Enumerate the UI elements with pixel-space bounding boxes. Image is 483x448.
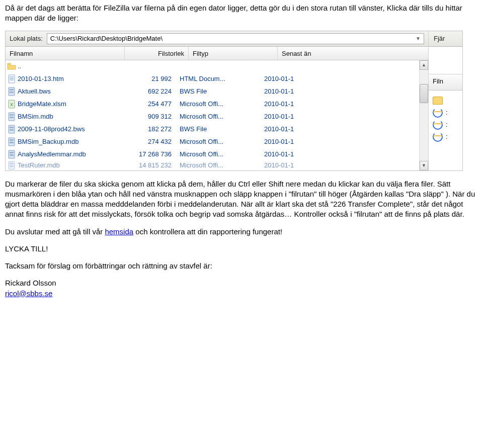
svg-rect-23 [10, 165, 14, 167]
remote-tree-gap [429, 47, 462, 74]
svg-rect-5 [10, 89, 14, 91]
file-row[interactable]: .. [6, 60, 419, 73]
svg-rect-20 [10, 154, 14, 156]
db-icon [6, 87, 18, 96]
ie-icon [433, 120, 443, 130]
svg-rect-13 [10, 127, 14, 128]
scroll-down-button[interactable]: ▼ [420, 161, 428, 170]
remote-list-item[interactable]: : [433, 119, 462, 131]
db-icon [6, 161, 18, 170]
ie-icon [433, 108, 443, 118]
doc-icon [6, 74, 18, 83]
file-name: BMSim.mdb [18, 112, 116, 121]
intro-paragraph: Då är det dags att berätta för FileZilla… [5, 3, 478, 24]
remote-site-label: Fjär [429, 31, 462, 47]
file-row[interactable]: XBridgeMate.xlsm254 477Microsoft Offi...… [6, 98, 419, 111]
scroll-thumb[interactable] [420, 84, 428, 103]
file-name: BridgeMate.xlsm [18, 100, 116, 109]
remote-column-header[interactable]: Filn [429, 74, 462, 91]
svg-rect-6 [10, 92, 14, 93]
svg-rect-0 [9, 75, 15, 83]
file-date: 2010-01-1 [260, 112, 419, 121]
filezilla-screenshot: Lokal plats: C:\Users\Rickard\Desktop\Br… [5, 31, 463, 171]
svg-rect-11 [10, 117, 14, 118]
file-name: TestRuter.mdb [18, 161, 116, 170]
file-size: 254 477 [116, 100, 176, 109]
file-row[interactable]: 2009-11-08prod42.bws182 272BWS File2010-… [6, 123, 419, 136]
column-header-size[interactable]: Filstorlek [125, 47, 189, 60]
column-header-row: Filnamn Filstorlek Filtyp Senast än [6, 47, 428, 60]
vertical-scrollbar[interactable]: ▲ ▼ [419, 60, 428, 170]
file-type: Microsoft Offi... [176, 100, 260, 109]
remote-item-label: : [446, 120, 448, 129]
column-header-type[interactable]: Filtyp [189, 47, 278, 60]
column-header-name[interactable]: Filnamn [6, 47, 125, 60]
remote-file-list[interactable]: ::: [429, 91, 462, 143]
chevron-down-icon[interactable]: ▼ [416, 35, 421, 42]
local-site-label: Lokal plats: [10, 34, 43, 43]
file-type: BWS File [176, 125, 260, 134]
svg-rect-19 [10, 152, 14, 153]
svg-rect-16 [10, 139, 14, 141]
file-row[interactable]: Aktuell.bws692 224BWS File2010-01-1 [6, 85, 419, 98]
file-date: 2010-01-1 [260, 87, 419, 96]
local-site-dropdown[interactable]: C:\Users\Rickard\Desktop\BridgeMate\ ▼ [47, 33, 424, 44]
file-size: 21 992 [116, 74, 176, 83]
file-list[interactable]: ..2010-01-13.htm21 992HTML Docum...2010-… [6, 60, 419, 170]
file-date: 2010-01-1 [260, 161, 419, 170]
file-date: 2010-01-1 [260, 137, 419, 146]
local-address-bar: Lokal plats: C:\Users\Rickard\Desktop\Br… [6, 31, 428, 47]
author-email-link[interactable]: ricol@sbbs.se [5, 289, 52, 298]
remote-list-item[interactable]: : [433, 107, 462, 119]
db-icon [6, 112, 18, 121]
svg-rect-10 [10, 114, 14, 116]
file-size: 274 432 [116, 137, 176, 146]
hemsida-link[interactable]: hemsida [105, 227, 133, 236]
file-type: Microsoft Offi... [176, 150, 260, 159]
file-name: 2010-01-13.htm [18, 74, 116, 83]
svg-text:X: X [10, 102, 13, 107]
remote-list-item[interactable]: : [433, 131, 462, 143]
folder-icon [6, 62, 18, 71]
remote-item-label: : [446, 132, 448, 141]
author-name: Rickard Olsson [5, 278, 478, 288]
file-type: BWS File [176, 87, 260, 96]
local-panel: Lokal plats: C:\Users\Rickard\Desktop\Br… [6, 31, 429, 170]
db-icon [6, 137, 18, 146]
remote-panel: Fjär Filn ::: [429, 31, 462, 170]
local-site-value: C:\Users\Rickard\Desktop\BridgeMate\ [50, 34, 163, 43]
file-name: .. [18, 62, 116, 71]
scroll-track[interactable] [420, 70, 428, 161]
column-header-date[interactable]: Senast än [278, 47, 428, 60]
file-row[interactable]: BMSim.mdb909 312Microsoft Offi...2010-01… [6, 111, 419, 123]
file-size: 182 272 [116, 125, 176, 134]
file-row[interactable]: TestRuter.mdb14 815 232Microsoft Offi...… [6, 161, 419, 170]
file-date: 2010-01-1 [260, 125, 419, 134]
good-luck: LYCKA TILL! [5, 244, 478, 254]
svg-rect-17 [10, 142, 14, 143]
file-row[interactable]: BMSim_Backup.mdb274 432Microsoft Offi...… [6, 136, 419, 148]
remote-list-item[interactable] [433, 95, 462, 107]
file-name: Aktuell.bws [18, 87, 116, 96]
instructions-paragraph: Du markerar de filer du ska skicka genom… [5, 179, 478, 220]
file-row[interactable]: AnalysMedlemmar.mdb17 268 736Microsoft O… [6, 148, 419, 161]
folder-icon [433, 97, 443, 105]
db-icon [6, 150, 18, 159]
file-date: 2010-01-1 [260, 150, 419, 159]
db-icon [6, 125, 18, 134]
svg-rect-14 [10, 129, 14, 131]
file-type: Microsoft Offi... [176, 112, 260, 121]
closing-line: Du avslutar med att gå till vår hemsida … [5, 227, 478, 237]
file-name: AnalysMedlemmar.mdb [18, 150, 116, 159]
file-name: 2009-11-08prod42.bws [18, 125, 116, 134]
file-row[interactable]: 2010-01-13.htm21 992HTML Docum...2010-01… [6, 73, 419, 85]
svg-rect-22 [10, 163, 14, 164]
file-size: 17 268 736 [116, 150, 176, 159]
xl-icon: X [6, 100, 18, 109]
file-name: BMSim_Backup.mdb [18, 137, 116, 146]
file-date: 2010-01-1 [260, 100, 419, 109]
file-type: Microsoft Offi... [176, 137, 260, 146]
file-type: Microsoft Offi... [176, 161, 260, 170]
scroll-up-button[interactable]: ▲ [420, 60, 428, 70]
file-size: 909 312 [116, 112, 176, 121]
